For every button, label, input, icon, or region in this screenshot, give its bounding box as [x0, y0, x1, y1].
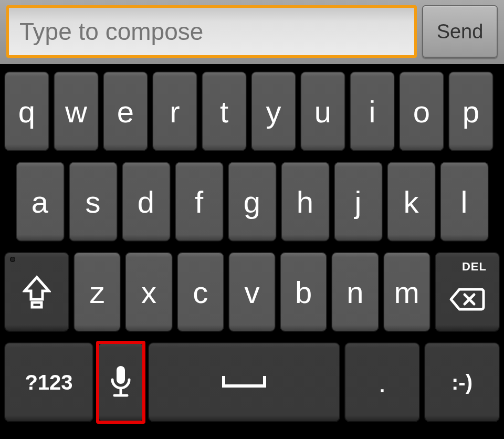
keyboard-row-4: ?123 . :-) [4, 342, 500, 422]
key-z[interactable]: z [74, 252, 121, 332]
key-k[interactable]: k [387, 162, 436, 242]
key-e[interactable]: e [103, 71, 148, 151]
caps-indicator-icon [10, 257, 15, 262]
send-button[interactable]: Send [422, 5, 498, 58]
key-shift[interactable] [4, 252, 69, 332]
key-i[interactable]: i [350, 71, 395, 151]
keyboard-row-1: q w e r t y u i o p [4, 71, 500, 151]
svg-rect-0 [32, 302, 41, 307]
key-a[interactable]: a [16, 162, 65, 242]
key-period[interactable]: . [344, 342, 420, 422]
key-d[interactable]: d [122, 162, 171, 242]
key-p[interactable]: p [448, 71, 494, 151]
key-u[interactable]: u [300, 71, 345, 151]
microphone-icon [109, 364, 132, 401]
key-b[interactable]: b [280, 252, 327, 332]
compose-bar: Send [0, 0, 504, 64]
key-w[interactable]: w [54, 71, 99, 151]
key-r[interactable]: r [152, 71, 197, 151]
shift-up-icon [23, 275, 51, 309]
keyboard-row-2: a s d f g h j k l [4, 162, 500, 242]
key-s[interactable]: s [69, 162, 118, 242]
key-g[interactable]: g [228, 162, 277, 242]
key-o[interactable]: o [399, 71, 444, 151]
key-l[interactable]: l [440, 162, 489, 242]
backspace-icon [449, 287, 486, 311]
keyboard: q w e r t y u i o p a s d f g h j k l z … [0, 64, 504, 439]
key-j[interactable]: j [334, 162, 383, 242]
key-c[interactable]: c [177, 252, 224, 332]
key-h[interactable]: h [281, 162, 330, 242]
svg-rect-1 [117, 366, 125, 384]
delete-hint-label: DEL [462, 260, 487, 274]
key-voice-input[interactable] [98, 342, 144, 422]
spacebar-icon [220, 374, 268, 390]
compose-field-wrap [6, 5, 417, 58]
key-m[interactable]: m [383, 252, 430, 332]
key-f[interactable]: f [175, 162, 224, 242]
compose-input[interactable] [9, 8, 414, 55]
key-v[interactable]: v [228, 252, 276, 332]
key-y[interactable]: y [251, 71, 296, 151]
key-emoticon[interactable]: :-) [424, 342, 500, 422]
key-q[interactable]: q [4, 71, 49, 151]
key-space[interactable] [148, 342, 340, 422]
key-x[interactable]: x [125, 252, 172, 332]
key-n[interactable]: n [331, 252, 379, 332]
key-delete[interactable]: DEL [435, 252, 500, 332]
key-t[interactable]: t [202, 71, 247, 151]
key-symbols[interactable]: ?123 [4, 342, 93, 422]
keyboard-row-3: z x c v b n m DEL [4, 252, 500, 332]
